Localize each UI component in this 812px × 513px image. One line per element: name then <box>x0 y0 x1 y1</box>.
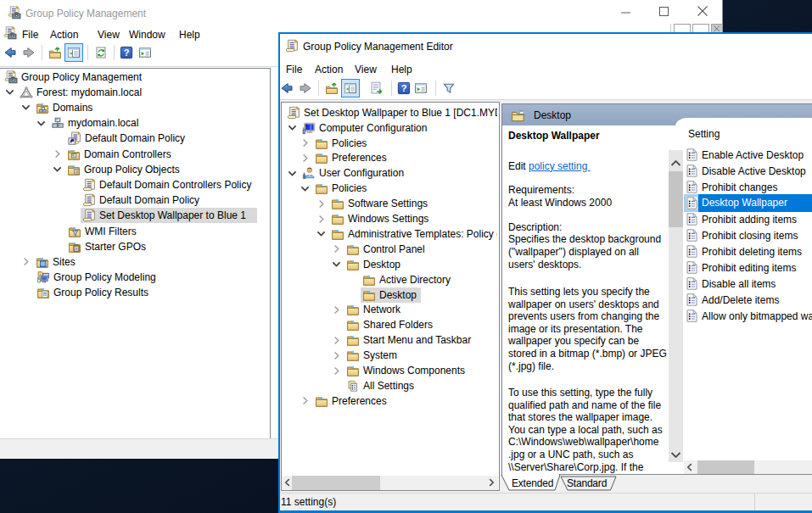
svg-text:Extended: Extended <box>512 477 553 489</box>
svg-text:Standard: Standard <box>567 477 607 489</box>
